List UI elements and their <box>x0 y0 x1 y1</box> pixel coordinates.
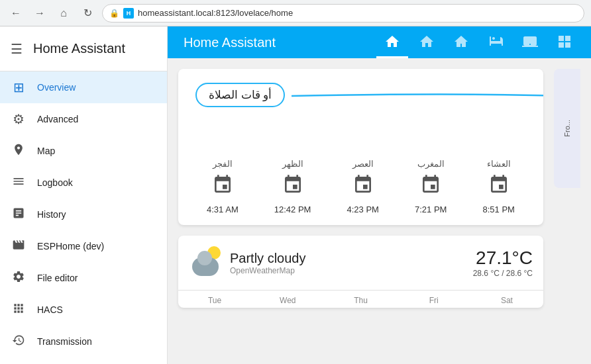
weather-range: 28.6 °C / 28.6 °C <box>473 269 533 278</box>
sidebar-item-history[interactable]: History <box>0 199 167 230</box>
map-label: Map <box>37 146 55 156</box>
weather-icon <box>189 246 222 279</box>
weather-card-inner: Partly cloudy OpenWeatherMap 27.1°C 28.6… <box>178 236 543 290</box>
file-editor-icon <box>11 270 27 287</box>
top-bar: Home Assistant <box>168 26 591 58</box>
tab-home[interactable] <box>376 26 408 58</box>
prayer-annotation-bubble: أو قات الصلاة <box>195 83 285 107</box>
advanced-icon: ⚙ <box>11 111 27 127</box>
sidebar-item-transmission[interactable]: Transmission <box>0 326 167 357</box>
prayer-fajr: الفجر 4:31 AM <box>207 159 239 214</box>
right-card-partial: Fro... <box>554 69 580 188</box>
history-icon <box>11 206 27 223</box>
logbook-label: Logbook <box>37 177 73 188</box>
file-editor-label: File editor <box>37 273 78 283</box>
sidebar-item-advanced[interactable]: ⚙ Advanced <box>0 103 167 135</box>
weather-temperature: 27.1°C <box>473 248 533 269</box>
hacs-label: HACS <box>37 304 63 315</box>
overview-label: Overview <box>37 82 76 93</box>
url-text: homeassistant.local:8123/lovelace/home <box>138 8 293 18</box>
reload-button[interactable]: ↻ <box>78 4 97 23</box>
transmission-label: Transmission <box>37 336 92 347</box>
sidebar-title: Home Assistant <box>33 41 125 56</box>
favicon: H <box>123 8 134 19</box>
advanced-label: Advanced <box>37 114 78 124</box>
weather-condition: Partly cloudy <box>230 251 465 266</box>
lock-icon: 🔒 <box>109 9 119 18</box>
hacs-icon <box>11 302 27 318</box>
prayer-times-card: أو قات الصلاة الفجر <box>178 69 543 225</box>
prayer-asr: العصر 4:23 PM <box>347 159 379 214</box>
tab-home2[interactable] <box>445 26 477 58</box>
tab-monitor[interactable] <box>514 26 546 58</box>
day-sat: Sat <box>470 296 543 305</box>
right-partial: Fro... <box>554 69 580 353</box>
tab-bathtub[interactable] <box>480 26 511 58</box>
home-button[interactable]: ⌂ <box>54 4 73 23</box>
overview-icon: ⊞ <box>11 79 27 95</box>
day-tue: Tue <box>178 296 251 305</box>
sidebar-item-hacs[interactable]: HACS <box>0 294 167 326</box>
esphome-label: ESPHome (dev) <box>37 241 104 251</box>
day-wed: Wed <box>251 296 324 305</box>
back-button[interactable]: ← <box>7 4 25 23</box>
sidebar-nav: ⊞ Overview ⚙ Advanced Map Logbook <box>0 71 167 364</box>
sidebar-item-map[interactable]: Map <box>0 135 167 167</box>
sidebar-header: ☰ Home Assistant <box>0 26 167 71</box>
weather-info: Partly cloudy OpenWeatherMap <box>230 251 465 275</box>
sidebar-item-overview[interactable]: ⊞ Overview <box>0 71 167 103</box>
cloud-icon <box>192 257 219 276</box>
content-area: أو قات الصلاة الفجر <box>168 58 591 364</box>
address-bar[interactable]: 🔒 H homeassistant.local:8123/lovelace/ho… <box>102 4 584 23</box>
prayer-maghrib: المغرب 7:21 PM <box>415 159 447 214</box>
day-fri: Fri <box>398 296 470 305</box>
main-content: Home Assistant <box>168 26 591 364</box>
transmission-icon <box>11 334 27 350</box>
browser-bar: ← → ⌂ ↻ 🔒 H homeassistant.local:8123/lov… <box>0 0 591 26</box>
weather-source: OpenWeatherMap <box>230 266 465 275</box>
forward-button[interactable]: → <box>30 4 49 23</box>
map-icon <box>11 143 27 159</box>
prayer-isha: العشاء 8:51 PM <box>482 159 514 214</box>
partial-text: Fro... <box>563 120 571 137</box>
tab-person[interactable] <box>411 26 443 58</box>
logbook-icon <box>11 175 27 191</box>
history-label: History <box>37 209 66 220</box>
app-layout: ☰ Home Assistant ⊞ Overview ⚙ Advanced M… <box>0 26 591 364</box>
prayer-dhuhr: الظهر 12:42 PM <box>274 159 311 214</box>
sidebar: ☰ Home Assistant ⊞ Overview ⚙ Advanced M… <box>0 26 168 364</box>
cards-column: أو قات الصلاة الفجر <box>178 69 543 353</box>
weather-card: Partly cloudy OpenWeatherMap 27.1°C 28.6… <box>178 236 543 308</box>
day-row: Tue Wed Thu Fri Sat <box>178 290 543 308</box>
sidebar-item-file-editor[interactable]: File editor <box>0 262 167 294</box>
day-thu: Thu <box>324 296 397 305</box>
prayer-times-row: الفجر 4:31 AM الظهر 12:42 <box>189 159 533 214</box>
esphome-icon <box>11 238 27 255</box>
top-bar-title: Home Assistant <box>178 35 374 50</box>
weather-temp-area: 27.1°C 28.6 °C / 28.6 °C <box>473 248 533 278</box>
sidebar-item-esphome[interactable]: ESPHome (dev) <box>0 230 167 262</box>
sidebar-item-logbook[interactable]: Logbook <box>0 167 167 199</box>
hamburger-icon[interactable]: ☰ <box>11 41 23 57</box>
tab-grid[interactable] <box>549 26 580 58</box>
